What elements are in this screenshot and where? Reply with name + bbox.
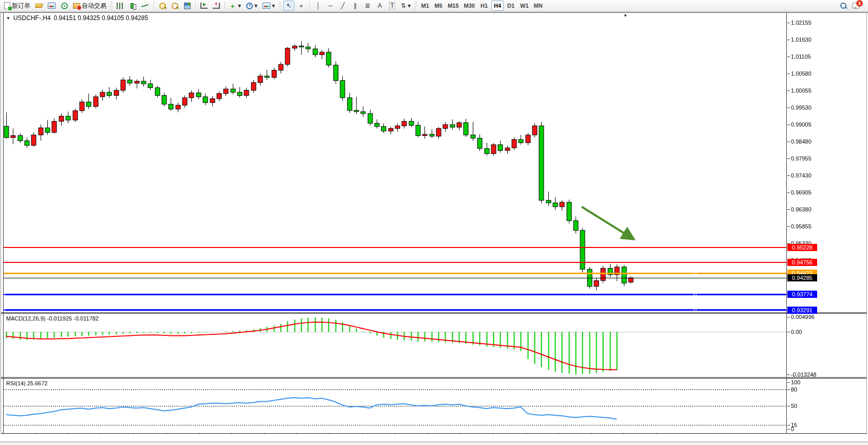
search-button[interactable]: [838, 1, 849, 11]
chart-canvas[interactable]: [0, 13, 786, 434]
main-toolbar: 新订单 自动交易 ▾ ▾ ▾ ↖: [0, 0, 868, 12]
line-handle[interactable]: [3, 309, 5, 311]
horizontal-level-line[interactable]: [4, 309, 786, 311]
toolbar-grip: [279, 2, 281, 10]
new-order-button[interactable]: 新订单: [2, 1, 32, 11]
timeframe-button-m1[interactable]: M1: [419, 1, 431, 11]
new-order-label: 新订单: [12, 2, 30, 10]
cursor-tool-button[interactable]: ↖: [283, 1, 294, 11]
equidistant-channel-icon: ∥: [354, 2, 357, 9]
zoom-in-button[interactable]: [157, 1, 168, 11]
gold-button[interactable]: [33, 1, 45, 11]
timeframe-button-d1[interactable]: D1: [505, 1, 517, 11]
horizontal-level-line[interactable]: [4, 262, 786, 263]
chat-bubble-icon: 1: [852, 3, 860, 9]
candlestick-chart-button[interactable]: [127, 1, 138, 11]
timeframes-menu-button[interactable]: ▾: [244, 1, 260, 11]
horizontal-level-line[interactable]: [4, 273, 786, 274]
horizontal-line-tool-button[interactable]: ─: [325, 1, 336, 11]
text-label-icon: T: [389, 2, 395, 10]
price-tick-label: 1.01105: [791, 54, 811, 60]
market-watch-button[interactable]: [46, 1, 58, 11]
text-tool-icon: A: [378, 2, 382, 9]
fibonacci-tool-button[interactable]: ≣: [362, 1, 373, 11]
line-chart-icon: [141, 3, 149, 9]
timeframe-toolbar: M1M5M15M30H1H4D1W1MN: [419, 1, 544, 11]
price-tick-label: 1.01630: [791, 37, 811, 43]
macd-tick-label: 0.004996: [791, 314, 815, 320]
toolbar-separator: [154, 2, 154, 10]
window-bottom-strip: [0, 441, 868, 443]
price-level-label: 0.95228: [787, 244, 817, 251]
timeframe-button-h1[interactable]: H1: [478, 1, 490, 11]
timeframe-button-m5[interactable]: M5: [432, 1, 445, 11]
horizontal-level-line[interactable]: [4, 247, 786, 248]
price-tick-label: 0.96380: [791, 206, 811, 212]
crosshair-tool-button[interactable]: ＋: [296, 1, 307, 11]
templates-button[interactable]: ▾: [261, 1, 277, 11]
auto-trading-button[interactable]: 自动交易: [71, 1, 108, 11]
zoom-out-icon: [172, 3, 178, 9]
toolbar-separator: [195, 2, 196, 10]
window-right-border: [866, 12, 867, 443]
chart-window: ▼ USDCHF-,H4 0.94151 0.94325 0.94105 0.9…: [0, 12, 868, 443]
chart-end-marker-icon: ▼: [623, 13, 627, 18]
trendline-tool-button[interactable]: ╱: [337, 1, 348, 11]
pane-separator: [1, 312, 866, 313]
price-axis-line: [786, 13, 787, 433]
dropdown-arrow-icon: ▾: [254, 2, 257, 9]
line-handle[interactable]: [694, 272, 696, 275]
vertical-line-tool-button[interactable]: │: [312, 1, 324, 11]
arrow-object[interactable]: [569, 202, 636, 248]
signals-button[interactable]: [59, 1, 70, 11]
line-chart-button[interactable]: [139, 1, 151, 11]
price-level-label: 0.93291: [787, 307, 817, 314]
crosshair-icon: ＋: [298, 2, 304, 10]
rsi-tick-label: 50: [791, 403, 797, 409]
bar-chart-button[interactable]: [115, 1, 126, 11]
pane-separator: [1, 377, 866, 378]
auto-trading-label: 自动交易: [82, 2, 106, 10]
arrows-tool-button[interactable]: ⇅ ▾: [399, 1, 413, 11]
dropdown-arrow-icon: ▾: [238, 2, 241, 9]
zoom-in-icon: [159, 3, 166, 9]
toolbar-grip: [110, 2, 113, 10]
rsi-tick-label: 0: [791, 426, 794, 432]
search-icon: [840, 3, 847, 9]
price-tick-label: 1.00055: [791, 87, 811, 94]
timeframe-button-m15[interactable]: M15: [446, 1, 460, 11]
notification-badge: 1: [856, 0, 863, 7]
add-indicator-icon: [230, 3, 236, 9]
text-label-tool-button[interactable]: T: [386, 1, 398, 11]
price-tick-label: 0.96905: [791, 189, 811, 195]
template-icon: [263, 3, 270, 9]
line-handle[interactable]: [3, 293, 5, 296]
auto-scroll-button[interactable]: [198, 1, 210, 11]
timeframe-button-h4[interactable]: H4: [491, 1, 504, 11]
chart-title: ▼ USDCHF-,H4 0.94151 0.94325 0.94105 0.9…: [6, 14, 148, 22]
price-tick-label: 0.99005: [791, 121, 811, 128]
price-tick-label: 1.02155: [791, 20, 811, 26]
notifications-button[interactable]: 1: [850, 1, 862, 11]
toolbar-separator: [309, 2, 310, 10]
zoom-out-button[interactable]: [169, 1, 180, 11]
dropdown-arrow-icon: ▾: [408, 2, 411, 9]
timeframe-button-m30[interactable]: M30: [462, 1, 477, 11]
price-level-label: 0.94756: [787, 259, 817, 266]
new-order-icon: [4, 2, 10, 9]
current-price-line[interactable]: [4, 278, 786, 278]
indicators-button[interactable]: ▾: [228, 1, 243, 11]
tile-windows-button[interactable]: [181, 1, 193, 11]
chart-shift-button[interactable]: [211, 1, 222, 11]
channel-tool-button[interactable]: ∥: [349, 1, 361, 11]
timeframe-button-mn[interactable]: MN: [532, 1, 545, 11]
text-tool-button[interactable]: A: [374, 1, 385, 11]
fibonacci-icon: ≣: [365, 2, 370, 9]
timeframe-button-w1[interactable]: W1: [518, 1, 531, 11]
rsi-tick-label: 100: [791, 379, 800, 385]
line-handle[interactable]: [694, 309, 696, 311]
chart-menu-arrow-icon[interactable]: ▼: [6, 16, 10, 21]
line-handle[interactable]: [694, 293, 696, 296]
price-tick-label: 0.98480: [791, 138, 811, 145]
horizontal-level-line[interactable]: [4, 294, 786, 295]
